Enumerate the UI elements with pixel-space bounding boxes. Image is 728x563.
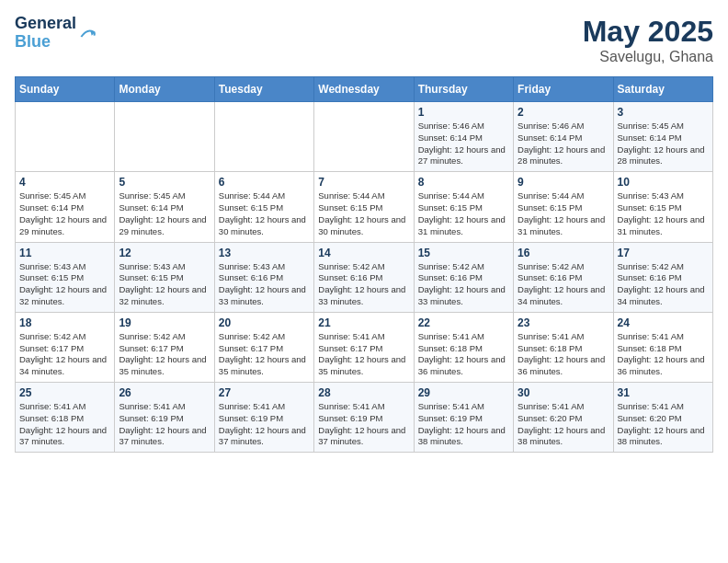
calendar-cell: 13Sunrise: 5:43 AM Sunset: 6:16 PM Dayli… [214,242,313,312]
calendar-week-row: 18Sunrise: 5:42 AM Sunset: 6:17 PM Dayli… [16,312,713,382]
page-header: GeneralBlue May 2025 Savelugu, Ghana [15,15,713,65]
day-number: 6 [219,176,310,189]
day-number: 1 [418,106,509,119]
day-number: 31 [618,386,709,399]
title-block: May 2025 Savelugu, Ghana [583,15,713,65]
day-info: Sunrise: 5:43 AM Sunset: 6:15 PM Dayligh… [119,261,210,308]
day-info: Sunrise: 5:41 AM Sunset: 6:18 PM Dayligh… [19,401,110,448]
calendar-cell: 16Sunrise: 5:42 AM Sunset: 6:16 PM Dayli… [514,242,613,312]
calendar-cell: 1Sunrise: 5:46 AM Sunset: 6:14 PM Daylig… [414,102,513,172]
calendar-cell: 30Sunrise: 5:41 AM Sunset: 6:20 PM Dayli… [514,383,613,453]
day-info: Sunrise: 5:42 AM Sunset: 6:16 PM Dayligh… [618,261,709,308]
day-info: Sunrise: 5:44 AM Sunset: 6:15 PM Dayligh… [418,190,509,237]
calendar-cell: 8Sunrise: 5:44 AM Sunset: 6:15 PM Daylig… [414,172,513,242]
day-number: 26 [119,386,210,399]
day-number: 16 [518,247,609,259]
calendar-cell: 10Sunrise: 5:43 AM Sunset: 6:15 PM Dayli… [613,172,712,242]
calendar-cell: 14Sunrise: 5:42 AM Sunset: 6:16 PM Dayli… [314,242,414,312]
day-info: Sunrise: 5:41 AM Sunset: 6:20 PM Dayligh… [618,401,709,448]
day-info: Sunrise: 5:44 AM Sunset: 6:15 PM Dayligh… [318,190,409,237]
calendar-cell: 5Sunrise: 5:45 AM Sunset: 6:14 PM Daylig… [115,172,214,242]
day-info: Sunrise: 5:41 AM Sunset: 6:20 PM Dayligh… [518,401,609,448]
calendar-cell: 23Sunrise: 5:41 AM Sunset: 6:18 PM Dayli… [514,312,613,382]
calendar-cell [115,102,214,172]
day-number: 12 [119,247,210,259]
day-info: Sunrise: 5:41 AM Sunset: 6:18 PM Dayligh… [618,331,709,378]
day-info: Sunrise: 5:41 AM Sunset: 6:19 PM Dayligh… [219,401,310,448]
location: Savelugu, Ghana [583,49,713,65]
calendar-cell: 19Sunrise: 5:42 AM Sunset: 6:17 PM Dayli… [115,312,214,382]
day-number: 20 [219,316,310,329]
weekday-header-sunday: Sunday [16,77,115,102]
calendar-cell [214,102,313,172]
day-number: 19 [119,316,210,329]
logo-icon [78,24,97,42]
day-number: 14 [318,247,409,259]
calendar-cell: 31Sunrise: 5:41 AM Sunset: 6:20 PM Dayli… [613,383,712,453]
calendar-cell: 27Sunrise: 5:41 AM Sunset: 6:19 PM Dayli… [214,383,313,453]
day-number: 3 [618,106,709,119]
day-number: 13 [219,247,310,259]
calendar-cell: 2Sunrise: 5:46 AM Sunset: 6:14 PM Daylig… [514,102,613,172]
calendar-cell: 26Sunrise: 5:41 AM Sunset: 6:19 PM Dayli… [115,383,214,453]
logo: GeneralBlue [15,15,97,52]
calendar-week-row: 1Sunrise: 5:46 AM Sunset: 6:14 PM Daylig… [16,102,713,172]
month-year: May 2025 [583,15,713,49]
day-number: 21 [318,316,409,329]
weekday-header-thursday: Thursday [414,77,513,102]
day-info: Sunrise: 5:43 AM Sunset: 6:16 PM Dayligh… [219,261,310,308]
day-info: Sunrise: 5:41 AM Sunset: 6:18 PM Dayligh… [518,331,609,378]
calendar-header-row: SundayMondayTuesdayWednesdayThursdayFrid… [16,77,713,102]
weekday-header-saturday: Saturday [613,77,712,102]
day-info: Sunrise: 5:43 AM Sunset: 6:15 PM Dayligh… [19,261,110,308]
day-number: 2 [518,106,609,119]
day-number: 4 [19,176,110,189]
day-number: 25 [19,386,110,399]
calendar-cell: 12Sunrise: 5:43 AM Sunset: 6:15 PM Dayli… [115,242,214,312]
day-info: Sunrise: 5:43 AM Sunset: 6:15 PM Dayligh… [618,190,709,237]
day-number: 30 [518,386,609,399]
calendar-cell: 25Sunrise: 5:41 AM Sunset: 6:18 PM Dayli… [16,383,115,453]
day-info: Sunrise: 5:45 AM Sunset: 6:14 PM Dayligh… [618,121,709,167]
day-number: 23 [518,316,609,329]
day-info: Sunrise: 5:41 AM Sunset: 6:19 PM Dayligh… [119,401,210,448]
calendar-cell: 20Sunrise: 5:42 AM Sunset: 6:17 PM Dayli… [214,312,313,382]
day-number: 11 [19,247,110,259]
day-info: Sunrise: 5:41 AM Sunset: 6:18 PM Dayligh… [418,331,509,378]
day-info: Sunrise: 5:41 AM Sunset: 6:17 PM Dayligh… [318,331,409,378]
day-number: 18 [19,316,110,329]
day-info: Sunrise: 5:44 AM Sunset: 6:15 PM Dayligh… [219,190,310,237]
day-info: Sunrise: 5:41 AM Sunset: 6:19 PM Dayligh… [418,401,509,448]
day-number: 28 [318,386,409,399]
calendar-cell: 28Sunrise: 5:41 AM Sunset: 6:19 PM Dayli… [314,383,414,453]
day-number: 9 [518,176,609,189]
day-number: 27 [219,386,310,399]
calendar-cell: 6Sunrise: 5:44 AM Sunset: 6:15 PM Daylig… [214,172,313,242]
day-number: 17 [618,247,709,259]
calendar-week-row: 11Sunrise: 5:43 AM Sunset: 6:15 PM Dayli… [16,242,713,312]
calendar-cell: 7Sunrise: 5:44 AM Sunset: 6:15 PM Daylig… [314,172,414,242]
weekday-header-wednesday: Wednesday [314,77,414,102]
day-number: 10 [618,176,709,189]
calendar-cell: 15Sunrise: 5:42 AM Sunset: 6:16 PM Dayli… [414,242,513,312]
day-info: Sunrise: 5:42 AM Sunset: 6:17 PM Dayligh… [219,331,310,378]
day-info: Sunrise: 5:45 AM Sunset: 6:14 PM Dayligh… [119,190,210,237]
calendar-cell: 4Sunrise: 5:45 AM Sunset: 6:14 PM Daylig… [16,172,115,242]
day-info: Sunrise: 5:42 AM Sunset: 6:17 PM Dayligh… [119,331,210,378]
weekday-header-friday: Friday [514,77,613,102]
calendar-cell [16,102,115,172]
calendar-cell: 29Sunrise: 5:41 AM Sunset: 6:19 PM Dayli… [414,383,513,453]
weekday-header-monday: Monday [115,77,214,102]
calendar-cell: 9Sunrise: 5:44 AM Sunset: 6:15 PM Daylig… [514,172,613,242]
day-number: 5 [119,176,210,189]
day-info: Sunrise: 5:42 AM Sunset: 6:16 PM Dayligh… [418,261,509,308]
day-number: 8 [418,176,509,189]
day-number: 22 [418,316,509,329]
calendar-cell: 18Sunrise: 5:42 AM Sunset: 6:17 PM Dayli… [16,312,115,382]
calendar-body: 1Sunrise: 5:46 AM Sunset: 6:14 PM Daylig… [16,102,713,453]
calendar-cell: 24Sunrise: 5:41 AM Sunset: 6:18 PM Dayli… [613,312,712,382]
weekday-header-tuesday: Tuesday [214,77,313,102]
day-info: Sunrise: 5:46 AM Sunset: 6:14 PM Dayligh… [418,121,509,167]
day-info: Sunrise: 5:42 AM Sunset: 6:17 PM Dayligh… [19,331,110,378]
day-info: Sunrise: 5:45 AM Sunset: 6:14 PM Dayligh… [19,190,110,237]
